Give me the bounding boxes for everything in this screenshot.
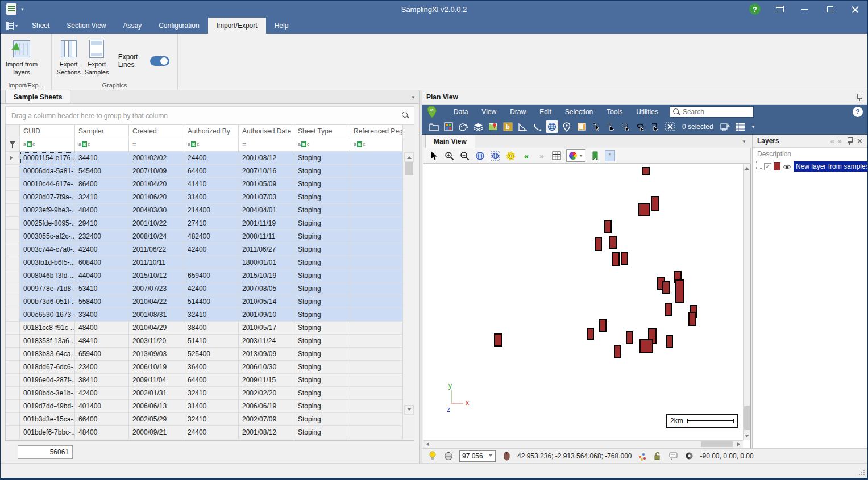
filter-cell[interactable]: aBc [184,137,239,152]
map-vscroll-thumb[interactable] [744,406,750,430]
sample-marker[interactable] [642,167,650,175]
column-header-authorized-by[interactable]: Authorized By [184,125,239,137]
column-header-sheet-type[interactable]: Sheet Type [294,125,350,137]
table-row[interactable]: 0008046b-f3fd-...4404002015/10/126594002… [6,269,414,282]
table-row[interactable]: 00025fde-8095-...294102001/10/2227410200… [6,217,414,230]
sample-marker[interactable] [675,279,684,303]
sample-marker[interactable] [621,252,628,265]
unlock-icon[interactable] [653,451,663,461]
ribbon-tab-configuration[interactable]: Configuration [150,18,207,34]
grid-toggle-icon[interactable] [551,150,562,161]
tab-main-view[interactable]: Main View [425,135,475,148]
ribbon-tab-assay[interactable]: Assay [115,18,151,34]
table-row[interactable]: 0009778e-71d8-...534102007/07/2342400200… [6,282,414,295]
select-rectangle-icon[interactable] [605,120,617,133]
export-lines-toggle[interactable] [150,56,169,66]
panel-menu-caret-icon[interactable]: ▾ [412,94,414,100]
layers-close-icon[interactable]: ✕ [857,137,863,145]
map-icon[interactable] [487,120,499,133]
globe-mode-icon[interactable] [443,451,454,461]
layers-icon[interactable] [472,120,484,133]
select-zoom-icon[interactable] [620,120,632,133]
scroll-left-icon[interactable] [423,441,431,448]
scale-combo[interactable]: 97 056 [459,450,496,462]
table-row[interactable]: 00023ef9-9be3-...484002004/03/3021440020… [6,204,414,217]
resize-grip[interactable] [858,469,865,476]
table-row[interactable]: 00020d07-7f9a-...324102001/06/2031400200… [6,191,414,204]
layer-label[interactable]: New layer from samples [794,161,867,172]
samples-mode-icon[interactable] [638,452,647,461]
ribbon-tab-section-view[interactable]: Section View [58,18,114,34]
layer-visibility-checkbox[interactable]: ✓ [764,163,771,170]
sample-marker[interactable] [638,203,650,216]
sample-marker[interactable] [662,281,670,294]
copy-view-icon[interactable] [719,120,732,133]
table-row[interactable]: 001b3d3e-15ca-...664002002/05/2932410200… [6,413,414,426]
select-polygon-icon[interactable] [649,120,662,133]
sample-marker[interactable] [626,331,633,344]
table-row[interactable]: 00183b83-64ca-...6594002013/09/035254002… [6,348,414,361]
table-row[interactable]: 001bdef6-7bbc-...484002000/09/2124400200… [6,426,414,439]
grid-vertical-scrollbar[interactable] [404,152,414,415]
image-export-icon[interactable] [442,120,455,133]
scroll-down-icon[interactable] [404,405,414,415]
color-legend-dropdown[interactable] [566,149,585,162]
column-header-created[interactable]: Created [129,125,184,137]
settings-gear-icon[interactable] [505,150,516,161]
table-row[interactable]: 00198bdc-3e1b-...424002002/01/3132410200… [6,387,414,400]
table-row[interactable]: 00196e0d-287f-...384102009/11/0464400200… [6,374,414,387]
zoom-extents-icon[interactable] [474,150,485,161]
table-row[interactable]: 00001154-e176-...344102001/02/0224400200… [6,152,414,165]
filter-row-indicator[interactable] [6,137,20,152]
table-row[interactable]: 00006dda-5a81-...5454002007/10/096440020… [6,165,414,178]
b-layer-icon[interactable]: b [501,120,514,133]
star-view-button[interactable]: * [605,150,615,161]
search-icon[interactable] [402,112,409,119]
search-box[interactable] [670,106,754,118]
ribbon-tab-help[interactable]: Help [266,18,297,34]
import-from-layers-button[interactable]: Import from layers [5,37,38,77]
sample-marker[interactable] [595,237,602,251]
tab-sample-sheets[interactable]: Sample Sheets [5,90,70,103]
sample-marker[interactable] [604,220,612,233]
table-view-icon[interactable] [734,120,746,133]
zoom-in-icon[interactable] [443,150,455,161]
menu-data[interactable]: Data [447,108,475,116]
grid-scrollbar-thumb[interactable] [405,162,413,175]
sample-marker[interactable] [599,319,607,332]
sample-marker[interactable] [609,236,617,249]
menu-selection[interactable]: Selection [558,108,600,116]
sample-marker[interactable] [665,303,672,316]
scroll-up-icon[interactable] [744,164,750,172]
layers-next-icon[interactable]: » [838,137,842,145]
filter-cell[interactable]: = [239,137,294,152]
sample-marker[interactable] [688,312,696,326]
map-vertical-scrollbar[interactable] [743,164,750,440]
filter-cell[interactable]: = [129,137,184,152]
globe-tool-icon[interactable] [546,120,558,133]
scroll-right-icon[interactable] [736,441,743,448]
toolbar-overflow-caret-icon[interactable]: ▾ [752,124,755,130]
layer-item[interactable]: ✓New layer from samples [753,160,867,173]
palette-icon[interactable] [457,120,470,133]
help-menu-icon[interactable]: ? [853,107,863,117]
scroll-up-icon[interactable] [404,152,414,162]
lightbulb-icon[interactable] [427,451,438,461]
bookmark-icon[interactable] [589,150,601,161]
table-row[interactable]: 0018dd67-6dc6-...234002006/10/1936400200… [6,361,414,374]
comment-icon[interactable] [668,451,679,461]
open-folder-icon[interactable] [427,120,440,133]
view-orientation-icon[interactable] [684,451,695,461]
menu-edit[interactable]: Edit [533,108,558,116]
table-row[interactable]: 0018358f-13a6-...484102003/11/2051410200… [6,335,414,348]
filter-cell[interactable]: aBc [294,137,350,152]
zoom-out-icon[interactable] [459,150,470,161]
table-row[interactable]: 0003fb1d-b6f5-...6084002011/10/111800/01… [6,256,414,269]
set-square-icon[interactable] [516,120,529,133]
protractor-icon[interactable] [531,120,543,133]
eye-icon[interactable] [783,164,791,170]
location-pin-icon[interactable] [560,120,573,133]
table-row[interactable]: 00181cc8-f91c-...484002010/04/2938400201… [6,322,414,335]
export-samples-button[interactable]: Export Samples [84,37,109,77]
layer-color-swatch[interactable] [774,162,780,170]
